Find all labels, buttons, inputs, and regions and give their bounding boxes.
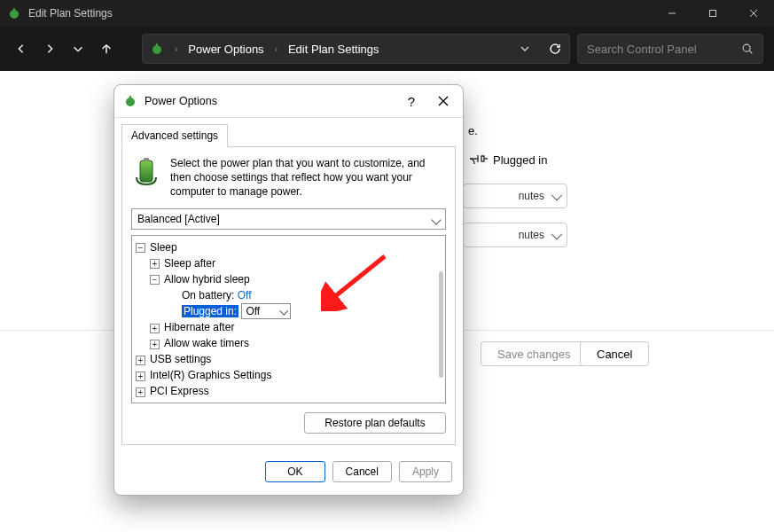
back-button[interactable] [11,38,32,59]
tree-pci[interactable]: PCI Express [150,385,209,397]
search-input[interactable] [587,43,741,56]
collapse-icon[interactable]: − [136,243,145,253]
svg-line-9 [749,51,752,53]
breadcrumb-item[interactable]: Edit Plan Settings [288,43,379,56]
settings-tree[interactable]: −Sleep +Sleep after −Allow hybrid sleep … [132,236,434,403]
plug-icon [468,153,488,165]
svg-rect-3 [710,11,716,17]
tree-sleep-after[interactable]: Sleep after [164,257,215,270]
expand-icon[interactable]: + [150,324,160,333]
dialog-close-button[interactable] [427,85,459,117]
refresh-icon[interactable] [548,42,562,56]
breadcrumb-item[interactable]: Power Options [188,43,263,56]
tab-advanced-settings[interactable]: Advanced settings [121,124,228,147]
plugged-value-dropdown[interactable]: Off [241,303,291,319]
tree-allow-wake[interactable]: Allow wake timers [164,337,249,349]
expand-icon[interactable]: + [150,340,160,349]
plan-select-value: Balanced [Active] [137,213,220,225]
chevron-right-icon: › [275,44,278,54]
expand-icon[interactable]: + [136,372,145,381]
search-box[interactable] [577,34,763,64]
tree-on-battery-value[interactable]: Off [238,289,252,301]
tree-proc[interactable]: Processor power management [150,401,294,402]
tree-plugged-label[interactable]: Plugged in: [182,305,238,317]
power-icon [150,42,164,56]
bg-combo-2[interactable]: nutes [463,223,567,247]
cancel-button[interactable]: Cancel [332,461,392,482]
svg-rect-15 [144,158,149,161]
ok-button[interactable]: OK [265,461,324,482]
svg-rect-11 [129,96,131,100]
svg-rect-14 [140,160,152,182]
svg-rect-7 [156,43,158,48]
tree-hibernate-after[interactable]: Hibernate after [164,321,234,333]
battery-icon [131,156,161,186]
tree-sleep[interactable]: Sleep [150,241,177,254]
forward-button[interactable] [39,38,60,59]
apply-button[interactable]: Apply [399,461,452,482]
collapse-icon[interactable]: − [150,275,160,285]
expand-icon[interactable]: + [136,387,145,397]
minimize-button[interactable] [652,0,692,27]
window-title: Edit Plan Settings [28,7,652,20]
tree-scrollbar[interactable] [439,271,443,378]
up-button[interactable] [96,38,117,59]
tree-intel-gfx[interactable]: Intel(R) Graphics Settings [150,369,271,381]
expand-icon[interactable]: + [136,356,145,365]
tree-allow-hybrid[interactable]: Allow hybrid sleep [164,273,250,286]
tree-on-battery-label[interactable]: On battery: [182,289,234,301]
save-changes-button[interactable]: Save changes [481,341,587,366]
bg-fragment-text: e. [468,124,478,137]
close-button[interactable] [733,0,774,27]
restore-defaults-button[interactable]: Restore plan defaults [304,412,446,434]
chevron-down-icon[interactable] [520,43,530,54]
dialog-title: Power Options [145,95,217,107]
tree-usb[interactable]: USB settings [150,353,211,365]
search-icon [741,43,754,55]
help-button[interactable]: ? [395,85,427,117]
plan-select[interactable]: Balanced [Active] [131,208,446,230]
bg-plugged-label: Plugged in [493,153,547,167]
dialog-intro-text: Select the power plan that you want to c… [170,156,446,200]
svg-point-8 [743,44,750,51]
expand-icon[interactable]: + [150,259,160,269]
bg-combo-1[interactable]: nutes [463,184,567,208]
maximize-button[interactable] [692,0,733,27]
app-icon [7,6,21,20]
cancel-bg-button[interactable]: Cancel [580,341,649,366]
power-options-dialog: Power Options ? Advanced settings Select… [113,84,464,496]
power-icon [123,94,137,108]
chevron-right-icon: › [175,44,177,54]
recent-dropdown[interactable] [67,38,89,59]
svg-rect-1 [13,8,15,12]
address-bar[interactable]: › Power Options › Edit Plan Settings [142,34,570,64]
